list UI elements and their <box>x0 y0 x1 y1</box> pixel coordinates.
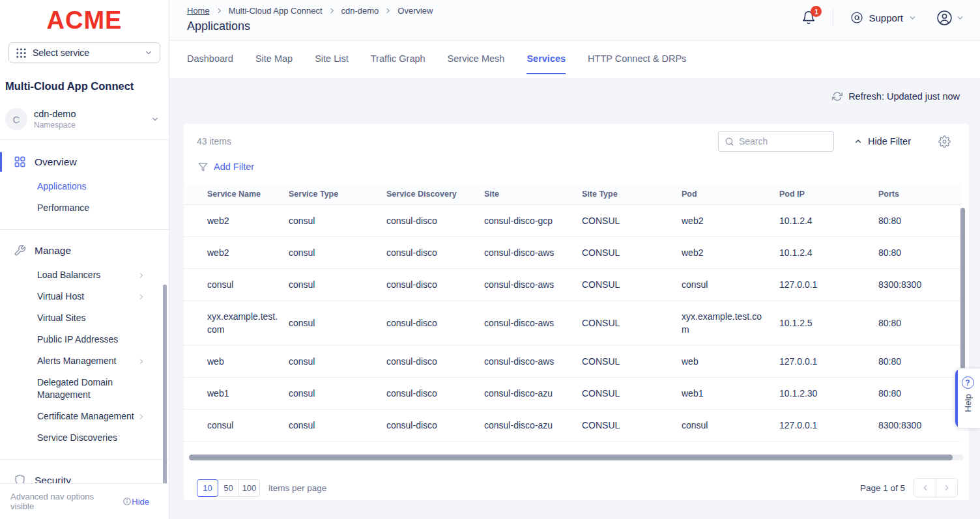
page-tabs: Dashboard Site Map Site List Traffic Gra… <box>169 41 980 78</box>
refresh-icon <box>832 91 843 102</box>
tab-dashboard[interactable]: Dashboard <box>187 41 233 74</box>
cell-pod: web <box>682 346 779 378</box>
product-title: Multi-Cloud App Connect <box>5 80 164 92</box>
support-menu[interactable]: Support <box>850 11 917 24</box>
page-size-50-button[interactable]: 50 <box>218 479 239 497</box>
sidebar-scrollbar-thumb[interactable] <box>163 285 167 483</box>
cell-pod-ip: 10.1.2.4 <box>779 205 878 237</box>
refresh-button[interactable]: Refresh: Updated just now <box>832 91 960 102</box>
help-tab-accent-bar <box>955 369 958 428</box>
page-size-100-button[interactable]: 100 <box>238 479 260 497</box>
sidebar-item-load-balancers[interactable]: Load Balancers <box>37 264 145 286</box>
acme-logo[interactable]: ACME <box>0 0 169 36</box>
nav-section-security[interactable]: Security <box>0 469 169 483</box>
breadcrumb-item[interactable]: Overview <box>397 6 433 16</box>
tab-http-connect-drps[interactable]: HTTP Connect & DRPs <box>588 41 686 74</box>
cell-site: consul-disco-aws <box>484 237 582 269</box>
sidebar-item-delegated-domain-management[interactable]: Delegated Domain Management <box>37 372 145 406</box>
hide-nav-link[interactable]: Hide <box>132 497 149 507</box>
breadcrumb-separator-icon <box>216 7 223 14</box>
table-settings-button[interactable] <box>938 135 951 148</box>
tab-service-mesh[interactable]: Service Mesh <box>448 41 505 74</box>
tab-site-map[interactable]: Site Map <box>255 41 293 74</box>
table-row[interactable]: consul consul consul-disco consul-disco-… <box>184 269 961 301</box>
search-input[interactable] <box>739 136 824 147</box>
cell-service-discovery: consul-disco <box>386 237 484 269</box>
previous-page-button[interactable] <box>914 479 936 497</box>
info-icon[interactable] <box>122 497 132 506</box>
cell-site: consul-disco-gcp <box>484 205 582 237</box>
cell-service-name: consul <box>184 269 289 301</box>
cell-site-type: CONSUL <box>582 237 682 269</box>
cell-pod-ip: 127.0.0.1 <box>779 410 878 442</box>
tab-site-list[interactable]: Site List <box>315 41 349 74</box>
nav-section-label: Manage <box>35 245 71 257</box>
column-header-ports: Ports <box>878 184 961 205</box>
cell-service-discovery: consul-disco <box>386 205 484 237</box>
table-row[interactable]: xyx.example.test.com consul consul-disco… <box>184 301 961 346</box>
chevron-down-icon <box>956 14 964 22</box>
sidebar-item-label: Load Balancers <box>37 269 100 281</box>
tab-services[interactable]: Services <box>526 41 566 74</box>
table-vertical-scrollbar[interactable] <box>960 208 965 369</box>
breadcrumb-item[interactable]: cdn-demo <box>341 6 379 16</box>
table-row[interactable]: web2 consul consul-disco consul-disco-aw… <box>184 237 961 269</box>
select-service-dropdown[interactable]: Select service <box>8 42 160 63</box>
sidebar-item-label: Performance <box>37 202 89 214</box>
tab-label: Service Mesh <box>448 53 505 64</box>
table-body: web2 consul consul-disco consul-disco-gc… <box>184 205 961 442</box>
add-filter-button[interactable]: Add Filter <box>198 161 969 172</box>
search-icon <box>725 137 734 147</box>
sidebar-item-virtual-host[interactable]: Virtual Host <box>37 286 145 307</box>
cell-service-discovery: consul-disco <box>386 301 484 346</box>
breadcrumb-home[interactable]: Home <box>187 6 210 16</box>
user-icon <box>936 10 953 26</box>
cell-site-type: CONSUL <box>582 205 682 237</box>
table-horizontal-scrollbar-thumb[interactable] <box>189 455 953 460</box>
tab-traffic-graph[interactable]: Traffic Graph <box>371 41 425 74</box>
table-row[interactable]: web1 consul consul-disco consul-disco-az… <box>184 378 961 410</box>
nav-section-manage[interactable]: Manage <box>0 239 169 262</box>
refresh-label: Refresh: Updated just now <box>848 91 960 102</box>
sidebar-item-virtual-sites[interactable]: Virtual Sites <box>37 307 145 329</box>
table-row[interactable]: consul consul consul-disco consul-disco-… <box>184 410 961 442</box>
cell-site-type: CONSUL <box>582 346 682 378</box>
sidebar-item-applications[interactable]: Applications <box>37 176 145 197</box>
nav-section-overview[interactable]: Overview <box>0 150 169 173</box>
wrench-icon <box>14 244 26 257</box>
cell-ports: 80:80 <box>878 378 961 410</box>
notification-badge: 1 <box>811 6 822 17</box>
namespace-name: cdn-demo <box>34 109 144 119</box>
sidebar-item-performance[interactable]: Performance <box>37 197 145 219</box>
breadcrumb-separator-icon <box>384 7 392 14</box>
sidebar-item-certificate-management[interactable]: Certificate Management <box>37 406 145 427</box>
namespace-avatar: C <box>5 108 27 130</box>
hide-filter-button[interactable]: Hide Filter <box>854 136 911 147</box>
search-box <box>718 131 834 152</box>
cell-pod-ip: 10.1.2.4 <box>779 237 878 269</box>
cell-ports: 80:80 <box>878 301 961 346</box>
cell-service-name: web <box>184 346 289 378</box>
divider <box>0 459 169 460</box>
cell-ports: 8300:8300 <box>878 269 961 301</box>
account-menu[interactable] <box>936 10 964 26</box>
support-label: Support <box>869 12 903 23</box>
cell-pod: xyx.example.test.com <box>682 301 779 346</box>
notifications-button[interactable]: 1 <box>801 10 816 25</box>
chevron-down-icon <box>144 48 153 57</box>
table-row[interactable]: web2 consul consul-disco consul-disco-gc… <box>184 205 961 237</box>
page-size-10-button[interactable]: 10 <box>197 479 218 497</box>
namespace-selector[interactable]: C cdn-demo Namespace <box>0 103 169 140</box>
help-tab[interactable]: ? Help <box>955 368 980 428</box>
sidebar-item-label: Public IP Addresses <box>37 333 118 346</box>
cell-pod: web2 <box>682 237 779 269</box>
sidebar-item-alerts-management[interactable]: Alerts Management <box>37 350 145 372</box>
sidebar-item-public-ip-addresses[interactable]: Public IP Addresses <box>37 329 145 350</box>
sidebar-item-service-discoveries[interactable]: Service Discoveries <box>37 427 145 449</box>
nav-section-label: Overview <box>35 156 77 168</box>
next-page-button[interactable] <box>936 479 957 497</box>
table-row[interactable]: web consul consul-disco consul-disco-aws… <box>184 346 961 378</box>
breadcrumb-item[interactable]: Multi-Cloud App Connect <box>229 6 323 16</box>
namespace-type-label: Namespace <box>34 120 144 130</box>
sidebar: ACME Select service Multi-Cloud App Conn… <box>0 0 169 519</box>
